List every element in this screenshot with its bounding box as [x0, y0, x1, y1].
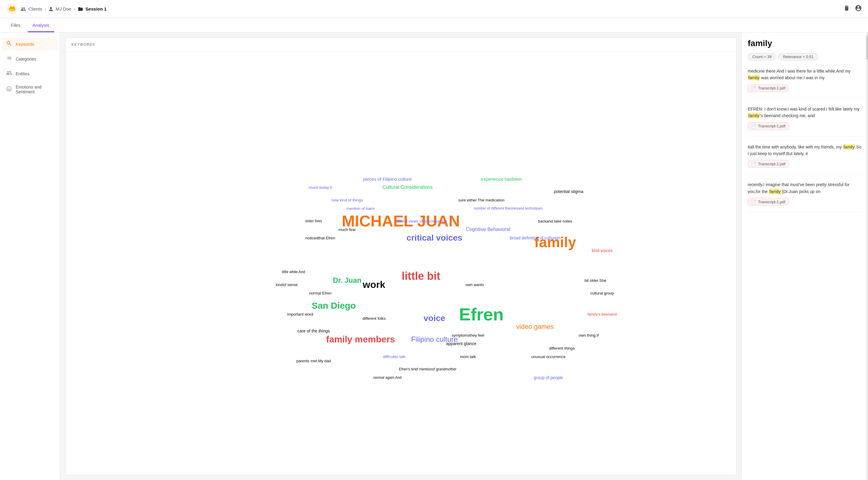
file-name-4: Transcript-1.pdf: [758, 200, 785, 204]
word-cultural-considerati[interactable]: Cultural Considerations: [382, 184, 433, 190]
word-bit-older.she[interactable]: bit older.She: [584, 278, 606, 282]
word-critical-voices[interactable]: critical voices: [407, 233, 462, 243]
breadcrumb-chevron-1: ›: [44, 6, 46, 11]
word-sister-lives[interactable]: sister lives: [305, 219, 322, 223]
clients-link[interactable]: Clients: [28, 6, 42, 11]
sidebar-item-keywords[interactable]: Keywords: [2, 37, 58, 51]
word-voice[interactable]: voice: [424, 313, 445, 323]
word-little-bit[interactable]: little bit: [402, 270, 440, 282]
word-normal-again.and[interactable]: normal again.And: [373, 376, 401, 380]
result-item-2: EFREN: I don't know.I was kind of scared…: [748, 106, 862, 136]
word-backand-take-notes[interactable]: backand take notes: [538, 219, 572, 224]
file-tag-3[interactable]: 📄Transcript-1.pdf: [748, 160, 789, 168]
result-text-2: EFREN: I don't know.I was kind of scared…: [748, 106, 862, 119]
file-tag-1[interactable]: 📄Transcript-1.pdf: [748, 84, 789, 92]
word-family-members[interactable]: family members: [326, 334, 395, 344]
word-sure-either.the-medi[interactable]: sure either.The medication: [458, 198, 504, 202]
word-mention-of-harm[interactable]: mention of harm: [346, 206, 375, 210]
word-efren[interactable]: Efren: [459, 304, 504, 324]
word-pieces-of-filipino-c[interactable]: pieces of Filipino culture: [363, 176, 412, 181]
word-apparent-glance[interactable]: apparent glance: [446, 341, 476, 346]
sidebar-keywords-label: Keywords: [16, 42, 34, 47]
word-family's-beenand[interactable]: family's beenand: [587, 312, 617, 316]
app-logo: 🤲: [6, 3, 18, 15]
word-mom-talk[interactable]: mom talk: [460, 354, 476, 358]
word-normal-efren[interactable]: normal Efren: [309, 290, 332, 295]
word-care-of-the-things[interactable]: care of the things: [298, 329, 330, 333]
highlight-4: family: [769, 189, 781, 194]
folder-icon: [78, 6, 83, 12]
file-name-1: Transcript-1.pdf: [758, 86, 785, 90]
sidebar-emotions-label: Emotions and Sentiment: [16, 84, 54, 94]
word-much-fear[interactable]: much fear: [338, 227, 356, 232]
word-efren's-brief-mentio[interactable]: Efren's brief mentionof grandmother: [399, 367, 457, 371]
sidebar-item-categories[interactable]: Categories: [2, 52, 58, 66]
entities-icon: [6, 70, 12, 77]
word-work[interactable]: work: [363, 279, 385, 290]
keyword-title: family: [748, 39, 862, 48]
word-much-today.it[interactable]: much today.It: [309, 185, 332, 190]
right-panel: family Count = 39 Relevance = 0.51 medic…: [741, 33, 868, 480]
tab-analysis[interactable]: Analysis: [28, 19, 54, 32]
word-difficultto-talk[interactable]: difficultto talk: [383, 354, 405, 358]
delete-button[interactable]: [843, 5, 850, 13]
word-number-of-different-[interactable]: number of different theoriesand techniqu…: [474, 206, 542, 210]
breadcrumb: Clients › MJ Doe › Session 1: [21, 6, 107, 12]
badges: Count = 39 Relevance = 0.51: [748, 53, 862, 61]
tab-bar: Files Analysis: [0, 18, 868, 33]
word-own-wants[interactable]: own wants: [465, 282, 484, 287]
nav-left: 🤲 Clients › MJ Doe › Session 1: [6, 3, 107, 15]
word-video-games[interactable]: video games: [516, 323, 554, 331]
sidebar: Keywords Categories Entities Emotions an…: [0, 33, 60, 480]
top-nav: 🤲 Clients › MJ Doe › Session 1: [0, 0, 868, 18]
user-icon: [49, 7, 53, 11]
file-name-2: Transcript-1.pdf: [758, 124, 785, 128]
word-cloud: MICHAEL JUANEfrenfamilylittle bitworkvoi…: [65, 52, 736, 475]
sidebar-item-entities[interactable]: Entities: [2, 67, 58, 80]
word-cloud-panel: KEYWORDS MICHAEL JUANEfrenfamilylittle b…: [65, 37, 737, 475]
word-cloud-container: MICHAEL JUANEfrenfamilylittle bitworkvoi…: [65, 52, 736, 475]
word-cognitive-behavioral[interactable]: Cognitive Behavioral: [466, 227, 510, 232]
sidebar-item-emotions[interactable]: Emotions and Sentiment: [2, 81, 58, 97]
highlight-3: family: [843, 144, 855, 150]
file-tag-2[interactable]: 📄Transcript-1.pdf: [748, 122, 789, 130]
sidebar-categories-label: Categories: [16, 57, 36, 61]
word-potential-stigma[interactable]: potential stigma: [554, 189, 583, 194]
right-panel-scroll: family Count = 39 Relevance = 0.51 medic…: [742, 33, 868, 480]
categories-icon: [6, 55, 12, 63]
word-dr.-juan[interactable]: Dr. Juan: [333, 276, 362, 284]
emotions-icon: [6, 86, 12, 93]
word-different-things[interactable]: different things: [549, 346, 575, 350]
word-important-word[interactable]: important word: [287, 312, 313, 316]
word-little-while.and[interactable]: little while.And: [282, 270, 305, 274]
highlight-1: family: [748, 75, 760, 80]
relevance-badge: Relevance = 0.51: [778, 53, 818, 61]
file-tag-4[interactable]: 📄Transcript-1.pdf: [748, 198, 789, 206]
result-item-3: itall the time with anybody, like with m…: [748, 144, 862, 174]
word-different-folks[interactable]: different folks: [362, 316, 385, 321]
word-kindof-sense[interactable]: kindof sense: [276, 282, 298, 287]
word-san-diego[interactable]: San Diego: [312, 301, 356, 311]
account-button[interactable]: [855, 4, 862, 13]
tab-files[interactable]: Files: [6, 19, 25, 32]
word-experience-hasbeen[interactable]: experience hasbeen: [481, 176, 522, 181]
word-cultural-views-of-ps[interactable]: cultural views of psychosis.He: [395, 219, 447, 224]
sidebar-entities-label: Entities: [16, 71, 30, 76]
pdf-icon-2: 📄: [751, 124, 756, 129]
word-own-thing.if[interactable]: own thing.If: [579, 333, 599, 338]
word-parents-met.my-dad[interactable]: parents met.My dad: [296, 358, 331, 363]
word-kind-voices[interactable]: kind voices: [592, 248, 613, 253]
word-broad-definition-of-[interactable]: broad definition of culturein: [510, 236, 560, 240]
result-item-1: medicine there.And I was there for a lit…: [748, 68, 862, 99]
word-cultural-group[interactable]: cultural group: [590, 290, 614, 295]
word-noticedthat-efren[interactable]: noticedthat Efren: [306, 236, 335, 240]
scrollbar[interactable]: [866, 33, 868, 480]
word-unusual-occurrence[interactable]: unusual occurrence: [531, 354, 565, 358]
word-group-of-people[interactable]: group of people: [534, 375, 563, 380]
session-link[interactable]: Session 1: [86, 6, 107, 11]
scrollbar-thumb[interactable]: [866, 36, 868, 60]
user-link[interactable]: MJ Doe: [56, 6, 71, 11]
result-text-4: recently.I imagine that must've been pre…: [748, 181, 862, 195]
word-symptomsthey-feel[interactable]: symptomsthey feel: [452, 333, 484, 338]
word-new-kind-of-things[interactable]: new kind of things: [332, 198, 363, 202]
